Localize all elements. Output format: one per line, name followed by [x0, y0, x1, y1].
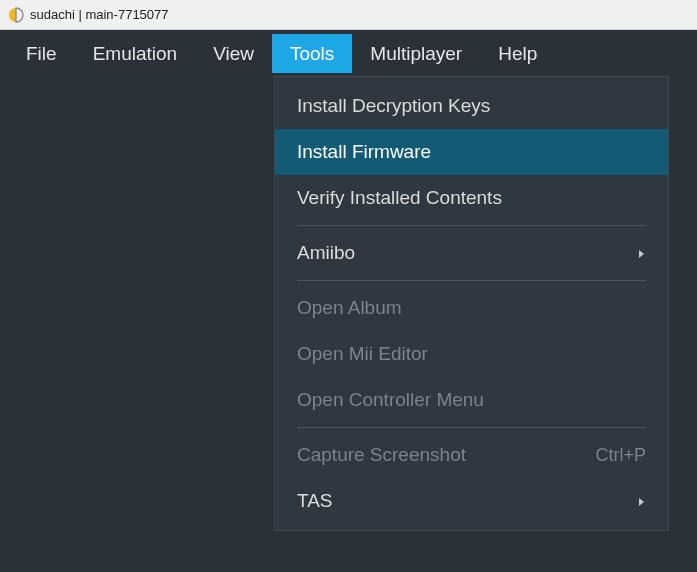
menuitem-open-album: Open Album: [275, 285, 668, 331]
menuitem-label: TAS: [297, 490, 333, 512]
menu-file[interactable]: File: [8, 34, 75, 73]
menu-separator: [297, 280, 646, 281]
menuitem-label: Install Decryption Keys: [297, 95, 490, 117]
window-title: sudachi | main-7715077: [30, 7, 169, 22]
menuitem-label: Open Controller Menu: [297, 389, 484, 411]
submenu-arrow-icon: [638, 490, 646, 512]
menuitem-install-decryption-keys[interactable]: Install Decryption Keys: [275, 83, 668, 129]
menuitem-label: Verify Installed Contents: [297, 187, 502, 209]
menu-separator: [297, 427, 646, 428]
menuitem-verify-installed-contents[interactable]: Verify Installed Contents: [275, 175, 668, 221]
menuitem-label: Capture Screenshot: [297, 444, 466, 466]
tools-dropdown: Install Decryption Keys Install Firmware…: [274, 76, 669, 531]
menuitem-label: Amiibo: [297, 242, 355, 264]
menu-tools[interactable]: Tools: [272, 34, 352, 73]
menu-multiplayer[interactable]: Multiplayer: [352, 34, 480, 73]
app-icon: [8, 7, 24, 23]
menuitem-amiibo[interactable]: Amiibo: [275, 230, 668, 276]
menuitem-capture-screenshot: Capture Screenshot Ctrl+P: [275, 432, 668, 478]
submenu-arrow-icon: [638, 242, 646, 264]
titlebar: sudachi | main-7715077: [0, 0, 697, 30]
menuitem-install-firmware[interactable]: Install Firmware: [275, 129, 668, 175]
menu-emulation[interactable]: Emulation: [75, 34, 196, 73]
menuitem-label: Install Firmware: [297, 141, 431, 163]
menu-view[interactable]: View: [195, 34, 272, 73]
menuitem-label: Open Mii Editor: [297, 343, 428, 365]
content-area: Install Decryption Keys Install Firmware…: [0, 76, 697, 572]
menuitem-open-mii-editor: Open Mii Editor: [275, 331, 668, 377]
menuitem-shortcut: Ctrl+P: [595, 445, 646, 466]
menu-separator: [297, 225, 646, 226]
menubar: File Emulation View Tools Multiplayer He…: [0, 30, 697, 76]
menuitem-tas[interactable]: TAS: [275, 478, 668, 524]
menuitem-label: Open Album: [297, 297, 402, 319]
menuitem-open-controller-menu: Open Controller Menu: [275, 377, 668, 423]
menu-help[interactable]: Help: [480, 34, 555, 73]
